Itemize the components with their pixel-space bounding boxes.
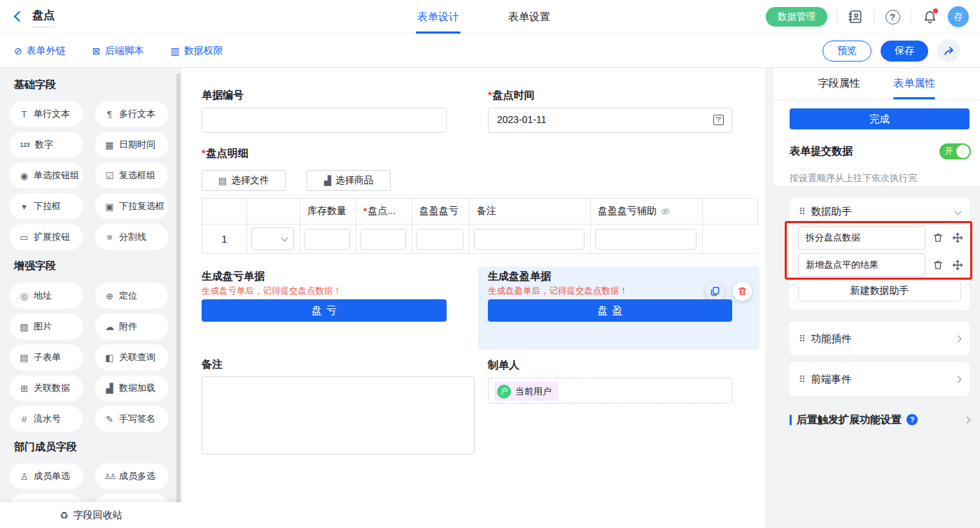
sidebar-item-attachment[interactable]: ☁附件: [95, 314, 168, 339]
sidebar-item-link-data[interactable]: ⊞关联数据: [10, 376, 83, 401]
avatar[interactable]: 存: [948, 6, 969, 27]
tab-field-props[interactable]: 字段属性: [802, 68, 877, 99]
field-recycle-bin[interactable]: ♻ 字段回收站: [0, 502, 182, 528]
done-button[interactable]: 完成: [790, 108, 969, 129]
data-manage-button[interactable]: 数据管理: [766, 7, 827, 27]
inventory-time-label: *盘点时间: [488, 89, 535, 102]
sidebar-item-multi-select[interactable]: ▣下拉复选框: [95, 194, 168, 219]
sidebar-item-radio-group[interactable]: ◉单选按钮组: [10, 163, 83, 188]
sidebar-item-divider[interactable]: ≡分割线: [95, 224, 168, 250]
sidebar-item-single-text[interactable]: T单行文本: [10, 101, 83, 127]
data-helper-header[interactable]: ⠿ 数据助手: [790, 198, 969, 224]
sidebar-item-subform[interactable]: ▤子表单: [10, 345, 83, 370]
help-icon[interactable]: ?: [883, 8, 902, 26]
aux-cell: [591, 224, 703, 253]
back-icon[interactable]: [14, 11, 25, 22]
header-text: 盘点...: [368, 205, 396, 217]
doc-no-input[interactable]: [202, 108, 447, 133]
remark-textarea[interactable]: [202, 376, 475, 455]
delete-field-button[interactable]: [733, 282, 752, 301]
delete-helper-icon[interactable]: [932, 259, 944, 271]
sidebar-item-number[interactable]: 123数字: [10, 132, 83, 157]
remark-input[interactable]: [474, 229, 584, 250]
section-member-fields: 部门成员字段: [14, 441, 77, 454]
helper-item-split[interactable]: 拆分盘点数据: [798, 226, 925, 250]
stock-cell: [300, 224, 356, 253]
execution-order-hint: 按设置顺序从上往下依次执行完: [790, 172, 917, 185]
delete-helper-icon[interactable]: [932, 232, 944, 243]
help-icon[interactable]: ?: [906, 414, 918, 425]
plugin-card[interactable]: ⠿ 功能插件: [790, 322, 969, 355]
drag-handle-icon[interactable]: ⠿: [799, 374, 806, 385]
sidebar-item-datetime[interactable]: ▦日期时间: [95, 132, 168, 157]
sidebar-item-link-query[interactable]: ◧关联查询: [95, 345, 168, 370]
inventory-time-input[interactable]: 2023-01-11 7: [488, 108, 732, 133]
drag-handle-icon[interactable]: ⠿: [799, 334, 806, 344]
creator-field[interactable]: 户 当前用户: [488, 378, 732, 404]
sidebar-scrollbar[interactable]: [176, 73, 181, 515]
post-trigger-settings[interactable]: 后置触发扩展功能设置 ?: [790, 413, 969, 426]
frontend-event-header[interactable]: ⠿ 前端事件: [790, 362, 969, 396]
sidebar-item-member-single[interactable]: ♙成员单选: [10, 464, 83, 489]
copy-field-button[interactable]: [706, 282, 724, 301]
label-text: 盘点时间: [493, 89, 535, 101]
aux-input[interactable]: [595, 229, 696, 250]
loss-button[interactable]: 盘亏: [202, 299, 447, 322]
sidebar-item-multi-text[interactable]: ¶多行文本: [95, 101, 168, 127]
table-header-index: [202, 199, 247, 224]
link-label: 数据权限: [184, 45, 223, 57]
sidebar-item-image[interactable]: ▨图片: [10, 314, 83, 339]
move-helper-icon[interactable]: [952, 259, 963, 271]
gain-button[interactable]: 盘盈: [488, 299, 732, 322]
button-label: 选择商品: [335, 174, 373, 187]
preview-button[interactable]: 预览: [822, 41, 872, 62]
notification-dot: [933, 8, 938, 13]
tab-form-settings[interactable]: 表单设置: [508, 0, 550, 34]
sidebar-item-data-load[interactable]: ▟数据加载: [95, 376, 168, 401]
share-button[interactable]: [937, 39, 960, 62]
diff-input[interactable]: [416, 229, 463, 250]
table-header-remark: 备注: [470, 199, 591, 224]
choose-product-button[interactable]: ▟选择商品: [307, 170, 391, 191]
item-label: 成员多选: [119, 470, 155, 483]
frontend-event-card[interactable]: ⠿ 前端事件: [790, 362, 969, 396]
table-header-diff: 盘盈盘亏: [412, 199, 470, 224]
field-palette-sidebar: 基础字段 T单行文本 ¶多行文本 123数字 ▦日期时间 ◉单选按钮组 ☑复选框…: [0, 68, 182, 528]
tab-form-design[interactable]: 表单设计: [417, 0, 459, 34]
submit-data-toggle[interactable]: 开: [939, 143, 971, 159]
form-canvas[interactable]: 单据编号 *盘点时间 2023-01-11 7 *盘点明细 ▤选择文件 ▟选择商…: [182, 68, 765, 528]
item-label: 分割线: [119, 231, 146, 243]
remark-cell: [470, 224, 591, 253]
product-select[interactable]: [251, 227, 294, 250]
image-icon: ▨: [19, 322, 29, 332]
notification-bell-icon[interactable]: [920, 8, 939, 26]
data-helper-card: ⠿ 数据助手 拆分盘点数据 新增盘点平的结果 新建数据助手: [790, 198, 969, 310]
form-external-link[interactable]: ⊘ 表单外链: [14, 45, 66, 57]
form-title[interactable]: 盘点: [32, 8, 55, 27]
sidebar-item-extend-button[interactable]: ▭扩展按钮: [10, 224, 83, 250]
plugin-header[interactable]: ⠿ 功能插件: [790, 322, 969, 355]
item-label: 定位: [119, 290, 137, 302]
sidebar-item-serial-number[interactable]: #流水号: [10, 406, 83, 431]
item-label: 子表单: [34, 351, 61, 364]
label-text: 盘点明细: [206, 147, 248, 159]
sidebar-item-member-multi[interactable]: ♙♙成员多选: [95, 464, 168, 489]
data-permission-link[interactable]: ▥ 数据权限: [170, 45, 223, 57]
sidebar-item-select[interactable]: ▾下拉框: [10, 194, 83, 219]
sidebar-item-address[interactable]: ◎地址: [10, 283, 83, 308]
sidebar-item-signature[interactable]: ✎手写签名: [95, 406, 168, 431]
address-book-icon[interactable]: [846, 8, 864, 26]
sidebar-item-locate[interactable]: ⊕定位: [95, 283, 168, 308]
move-helper-icon[interactable]: [952, 232, 963, 243]
choose-file-button[interactable]: ▤选择文件: [202, 170, 286, 191]
sidebar-item-checkbox-group[interactable]: ☑复选框组: [95, 163, 168, 188]
toggle-knob: [956, 145, 969, 158]
helper-item-add-balance[interactable]: 新增盘点平的结果: [798, 253, 925, 277]
tab-form-props[interactable]: 表单属性: [877, 68, 953, 99]
new-data-helper-button[interactable]: 新建数据助手: [798, 280, 961, 301]
stock-input[interactable]: [304, 229, 350, 250]
save-button[interactable]: 保存: [881, 41, 928, 62]
drag-handle-icon[interactable]: ⠿: [799, 206, 806, 217]
backend-script-link[interactable]: ⊠ 后端脚本: [92, 45, 144, 57]
count-input[interactable]: [360, 229, 406, 250]
